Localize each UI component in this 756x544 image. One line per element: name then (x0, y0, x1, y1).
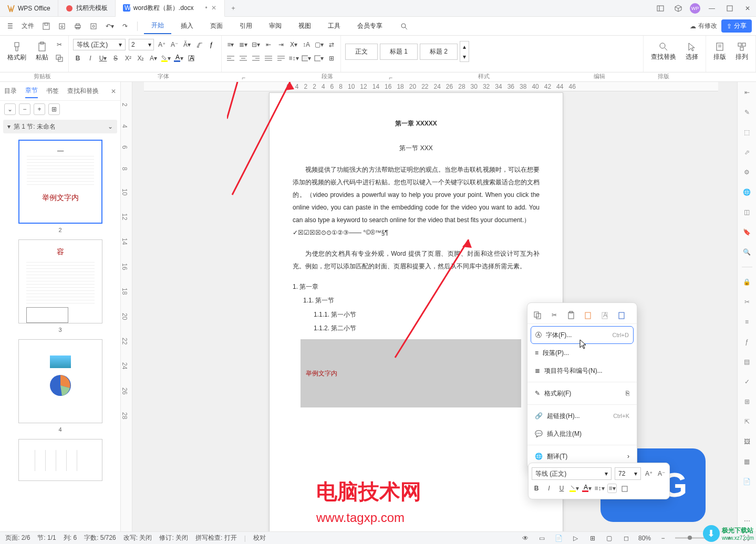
close-window-button[interactable]: ✕ (739, 0, 756, 17)
has-modify-button[interactable]: ☁有修改 (690, 22, 717, 30)
close-tab-icon[interactable]: ✕ (211, 5, 217, 11)
mini-clipboard-icon[interactable] (620, 484, 629, 493)
strike-button[interactable]: S (111, 54, 120, 63)
grow-font-icon[interactable]: A⁺ (157, 40, 167, 49)
tab-tools[interactable]: 工具 (320, 18, 348, 34)
sb-square-icon[interactable]: ◻ (622, 533, 631, 543)
bold-button[interactable]: B (73, 54, 82, 63)
thumbnail-2[interactable]: ━━━ 举例文字内 (18, 140, 102, 224)
rail-settings-icon[interactable]: ⚙ (742, 167, 752, 177)
sb-grid-icon[interactable]: ⊞ (588, 533, 597, 543)
shrink-font-icon[interactable]: A⁻ (170, 40, 179, 49)
paste-button[interactable]: 粘贴 (33, 39, 51, 64)
template-tab[interactable]: 找稻壳模板 (58, 0, 116, 17)
sb-doc-icon[interactable]: 📄 (554, 533, 564, 543)
sb-page-icon[interactable]: ▢ (605, 533, 614, 543)
collapse-button[interactable]: ⌄ (4, 103, 16, 115)
italic-button[interactable]: I (86, 54, 95, 63)
mini-shrink-font-icon[interactable]: A⁻ (657, 469, 666, 478)
subscript-icon[interactable]: X₂ (136, 54, 146, 63)
multilevel-icon[interactable]: ⊟▾ (251, 40, 261, 49)
align-justify-icon[interactable] (264, 54, 273, 63)
redo-icon[interactable]: ↷ (119, 20, 131, 33)
rail-clip-icon[interactable]: ✂ (742, 297, 752, 307)
ctx-bullets[interactable]: ≣项目符号和编号(N)... (527, 362, 637, 380)
minimize-button[interactable]: — (703, 0, 720, 17)
horizontal-ruler[interactable]: 6422468101214161820222426283032343638404… (144, 82, 718, 91)
numbering-icon[interactable]: ≣▾ (239, 40, 248, 49)
font-name-select[interactable]: 等线 (正文)▾ (73, 39, 126, 50)
sort-icon[interactable]: ↕A (302, 40, 311, 49)
tab-insert[interactable]: 插入 (173, 18, 201, 34)
nav-tab-toc[interactable]: 目录 (4, 85, 17, 98)
rail-select-icon[interactable]: ⬚ (742, 127, 752, 138)
sb-eye-icon[interactable]: 👁 (521, 533, 530, 543)
rail-image-icon[interactable]: 🖼 (742, 436, 752, 447)
mini-italic-button[interactable]: I (544, 484, 554, 493)
tab-icon[interactable]: ⇄ (327, 40, 336, 49)
rail-earth-icon[interactable]: 🌐 (742, 187, 752, 197)
rail-export-icon[interactable]: ⇱ (742, 416, 752, 427)
align-center-icon[interactable] (239, 54, 248, 63)
tab-member[interactable]: 会员专享 (350, 18, 390, 34)
file-menu[interactable]: 文件 (18, 20, 37, 33)
ctx-cut-icon[interactable]: ✂ (550, 310, 559, 320)
increase-indent-icon[interactable]: ⇥ (276, 40, 286, 49)
ctx-paste-keep-icon[interactable] (617, 310, 626, 320)
phonetic-icon[interactable]: ƒ (208, 40, 217, 49)
rail-file-icon[interactable]: 📄 (742, 476, 752, 487)
thumbnail-3[interactable]: 容 (18, 239, 102, 323)
sb-zoom[interactable]: 80% (638, 535, 651, 542)
panel-icon[interactable] (652, 0, 669, 17)
align-right-icon[interactable] (251, 54, 261, 63)
change-case-icon[interactable]: Ă▾ (182, 40, 192, 49)
sb-column[interactable]: 列: 6 (64, 533, 77, 542)
mini-size-select[interactable]: 72▾ (615, 467, 641, 480)
bullets-icon[interactable]: ≡▾ (226, 40, 235, 49)
section-header[interactable]: ▾ 第 1 节: 未命名 ⌄ (3, 120, 117, 133)
tab-review[interactable]: 审阅 (262, 18, 289, 34)
tab-reference[interactable]: 引用 (232, 18, 260, 34)
decrease-indent-icon[interactable]: ⇤ (264, 40, 273, 49)
sb-proof[interactable]: 校对 (253, 533, 266, 542)
align-left-icon[interactable] (226, 54, 235, 63)
print-icon[interactable] (71, 20, 85, 33)
para-dialog-launcher-icon[interactable]: ⌐ (389, 74, 394, 79)
rail-dots-icon[interactable]: ⋯ (742, 516, 752, 526)
mini-underline-button[interactable]: U (557, 484, 566, 493)
sb-page[interactable]: 页面: 2/6 (5, 533, 30, 542)
cube-icon[interactable] (670, 0, 687, 17)
ctx-comment[interactable]: 💬插入批注(M) (527, 425, 637, 443)
style-heading1[interactable]: 标题 1 (380, 44, 418, 60)
mini-bold-button[interactable]: B (532, 484, 541, 493)
sb-words[interactable]: 字数: 5/726 (84, 533, 116, 542)
mini-highlight-icon[interactable]: ▾ (569, 484, 579, 493)
ctx-format-brush[interactable]: ✎格式刷(F) ⎘ (527, 384, 637, 402)
app-tab[interactable]: WPS Office (0, 0, 58, 17)
font-dialog-launcher-icon[interactable]: ⌐ (242, 74, 247, 79)
tab-start[interactable]: 开始 (144, 18, 171, 34)
nav-tab-bookmarks[interactable]: 书签 (46, 85, 59, 98)
clear-format-icon[interactable] (195, 40, 204, 49)
ctx-paste-icon[interactable] (566, 310, 576, 320)
sb-section[interactable]: 节: 1/1 (37, 533, 56, 542)
new-tab-button[interactable]: ＋ (225, 4, 242, 13)
nav-tab-sections[interactable]: 章节 (25, 84, 38, 98)
mini-linespace-icon[interactable]: ≡↕▾ (595, 484, 604, 493)
share-button[interactable]: ⇪分享 (721, 19, 752, 33)
add-section-button[interactable]: + (34, 103, 45, 115)
save-icon[interactable] (39, 20, 53, 33)
section-options-button[interactable]: ⊞ (48, 103, 60, 115)
remove-section-button[interactable]: − (19, 103, 30, 115)
superscript-icon[interactable]: X² (123, 54, 133, 63)
shading-icon[interactable]: ▾ (302, 54, 311, 63)
nav-tab-findreplace[interactable]: 查找和替换 (67, 85, 99, 98)
ctx-paste-text-icon[interactable]: A (600, 310, 609, 320)
page-layout-button[interactable]: 排版 (710, 40, 729, 64)
selected-text[interactable]: 举例文字内 (301, 339, 521, 407)
style-normal[interactable]: 正文 (345, 44, 378, 60)
font-color-icon[interactable]: A▾ (174, 54, 183, 63)
thumbnail-5[interactable] (18, 439, 102, 481)
mini-font-select[interactable]: 等线 (正文)▾ (532, 467, 612, 480)
char-border-icon[interactable]: A (187, 54, 196, 63)
